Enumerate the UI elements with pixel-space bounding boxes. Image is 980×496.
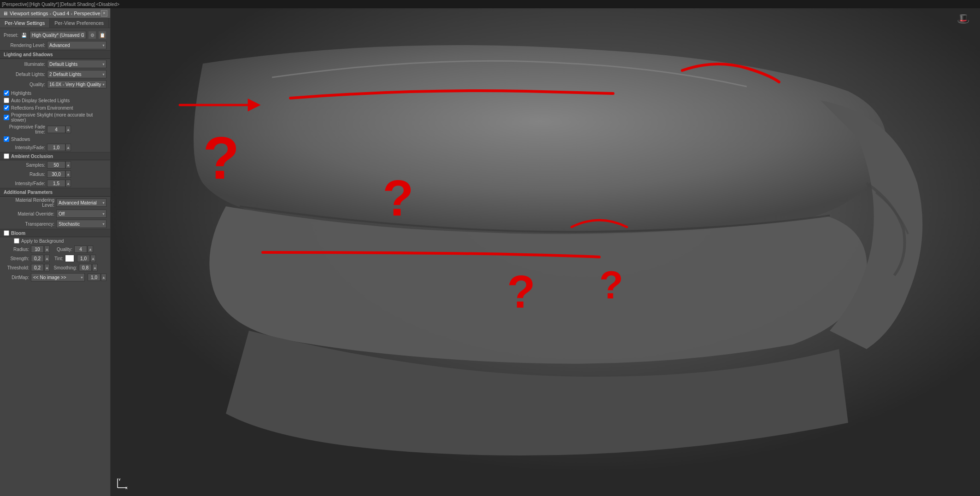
preset-settings-btn[interactable]: ⚙	[88, 31, 96, 39]
material-override-label: Material Override:	[4, 211, 54, 216]
ao-intensity-input[interactable]	[47, 180, 65, 187]
bloom-checkbox[interactable]	[4, 230, 9, 236]
ao-radius-input[interactable]	[47, 170, 65, 178]
preset-icon: 💾	[21, 33, 27, 38]
material-rendering-label: Material Rendering Level:	[4, 198, 54, 208]
quality-dropdown[interactable]: 16.0X - Very High Quality	[47, 80, 106, 88]
bloom-tint-swatch[interactable]	[65, 255, 74, 262]
bloom-dirtmap-spin[interactable]: ▲	[101, 274, 106, 281]
top-bar-item-perspective[interactable]: [Perspective]	[2, 2, 29, 7]
top-bar-item-quality[interactable]: [High Quality*]	[30, 2, 59, 7]
window-title-text: Viewport settings - Quad 4 - Perspective	[10, 11, 100, 16]
progressive-skylight-checkbox[interactable]	[4, 115, 9, 120]
bloom-threshold-label: Threshold:	[4, 265, 29, 270]
svg-text:?: ?	[383, 169, 413, 226]
shadows-row: Shadows	[0, 135, 110, 143]
tab-bar: Per-View Settings Per-View Preferences	[0, 18, 110, 28]
bloom-dirtmap-label: DirtMap:	[4, 275, 29, 280]
svg-rect-0	[111, 8, 980, 496]
ao-samples-input[interactable]	[47, 161, 65, 169]
ao-radius-label: Radius:	[4, 172, 45, 177]
shadows-label: Shadows	[11, 137, 30, 142]
material-override-dropdown[interactable]: Off	[56, 210, 106, 218]
material-override-row: Material Override: Off	[0, 209, 110, 219]
bloom-smoothing-label: Smoothing:	[52, 265, 77, 270]
illuminate-label: Illuminate:	[4, 62, 45, 67]
progressive-fade-input[interactable]	[47, 126, 65, 133]
illuminate-row: Illuminate: Default Lights	[0, 59, 110, 69]
ao-samples-label: Samples:	[4, 163, 45, 168]
svg-text:Y: Y	[118, 478, 121, 481]
bloom-label: Bloom	[11, 231, 25, 236]
progressive-fade-row: Progressive Fade time: ▲	[0, 123, 110, 135]
material-rendering-dropdown[interactable]: Advanced Material	[56, 198, 106, 207]
highlights-row: Highlights	[0, 89, 110, 97]
svg-marker-2	[249, 100, 258, 110]
preset-row: Preset: 💾 High Quality* (Unsaved Chang..…	[0, 30, 110, 40]
ambient-occlusion-checkbox[interactable]	[4, 153, 9, 159]
ao-intensity-label: Intensity/Fade:	[4, 181, 45, 186]
top-bar-item-disabled[interactable]: <Disabled>	[96, 2, 119, 7]
svg-text:?: ?	[599, 263, 623, 307]
svg-text:?: ?	[203, 124, 239, 192]
bloom-smoothing-input[interactable]	[79, 264, 92, 271]
top-bar-item-shading[interactable]: [Default Shading]	[60, 2, 95, 7]
default-lights-row: Default Lights: 2 Default Lights	[0, 69, 110, 79]
progressive-skylight-row: Progressive Skylight (more accurate but …	[0, 111, 110, 123]
progressive-fade-spin[interactable]: ▲	[65, 126, 71, 133]
tab-per-view-preferences[interactable]: Per-View Preferences	[50, 18, 109, 28]
tab-per-view-settings[interactable]: Per-View Settings	[0, 18, 50, 28]
bloom-strength-input[interactable]	[31, 255, 44, 262]
bloom-tint-label: Tint:	[52, 256, 63, 261]
progressive-fade-label: Progressive Fade time:	[4, 124, 45, 134]
shadows-intensity-spin[interactable]: ▲	[65, 144, 71, 151]
bloom-threshold-spin[interactable]: ▲	[44, 264, 50, 271]
bloom-quality-spin[interactable]: ▲	[88, 245, 93, 253]
auto-display-checkbox[interactable]	[4, 98, 9, 103]
quality-label: Quality:	[4, 82, 45, 87]
bloom-tint-spin[interactable]: ▲	[90, 255, 96, 262]
bloom-quality-input[interactable]	[74, 245, 87, 253]
window-close-button[interactable]: ×	[101, 10, 107, 17]
reflections-row: Reflections From Environment	[0, 104, 110, 111]
material-rendering-row: Material Rendering Level: Advanced Mater…	[0, 197, 110, 209]
ambient-occlusion-label: Ambient Occlusion	[11, 154, 53, 159]
rendering-level-label: Rendering Level:	[4, 43, 45, 48]
bloom-dirtmap-strength-input[interactable]	[88, 274, 100, 281]
bloom-threshold-input[interactable]	[31, 264, 44, 271]
bloom-threshold-smoothing-row: Threshold: ▲ Smoothing: ▲	[0, 263, 110, 272]
auto-display-row: Auto Display Selected Lights	[0, 97, 110, 104]
rendering-level-dropdown[interactable]: Advanced	[47, 41, 106, 49]
highlights-checkbox[interactable]	[4, 90, 9, 96]
transparency-row: Transparency: Stochastic	[0, 219, 110, 229]
bloom-apply-bg-checkbox[interactable]	[14, 238, 19, 244]
transparency-dropdown[interactable]: Stochastic	[56, 220, 106, 228]
shadows-intensity-row: Intensity/Fade: ▲	[0, 143, 110, 152]
ao-samples-spin[interactable]: ▲	[65, 161, 71, 169]
default-lights-dropdown[interactable]: 2 Default Lights	[47, 70, 106, 78]
bloom-dirtmap-dropdown[interactable]: << No image >>	[31, 273, 85, 281]
bloom-radius-input[interactable]	[31, 245, 44, 253]
ambient-occlusion-heading: Ambient Occlusion	[0, 152, 110, 160]
bloom-strength-spin[interactable]: ▲	[44, 255, 50, 262]
illuminate-dropdown[interactable]: Default Lights	[47, 60, 106, 68]
preset-dropdown[interactable]: High Quality* (Unsaved Chang...	[30, 31, 86, 39]
ao-samples-row: Samples: ▲	[0, 160, 110, 169]
viewport-icon: 🖥	[3, 11, 8, 16]
bloom-apply-bg-row: Apply to Background	[0, 237, 110, 245]
preset-copy-btn[interactable]: 📋	[98, 31, 106, 39]
bloom-strength-tint-row: Strength: ▲ Tint: ▲	[0, 254, 110, 263]
panel-content: Preset: 💾 High Quality* (Unsaved Chang..…	[0, 28, 110, 284]
bloom-tint-input[interactable]	[77, 255, 90, 262]
coord-indicator: Y X	[115, 476, 129, 491]
bloom-radius-spin[interactable]: ▲	[44, 245, 50, 253]
quality-row: Quality: 16.0X - Very High Quality	[0, 79, 110, 89]
shadows-checkbox[interactable]	[4, 136, 9, 142]
reflections-checkbox[interactable]	[4, 105, 9, 111]
ao-radius-spin[interactable]: ▲	[65, 170, 71, 178]
ao-intensity-row: Intensity/Fade: ▲	[0, 179, 110, 188]
ao-intensity-spin[interactable]: ▲	[65, 180, 71, 187]
shadows-intensity-input[interactable]	[47, 144, 65, 151]
bloom-smoothing-spin[interactable]: ▲	[92, 264, 98, 271]
bloom-quality-label: Quality:	[52, 247, 72, 252]
